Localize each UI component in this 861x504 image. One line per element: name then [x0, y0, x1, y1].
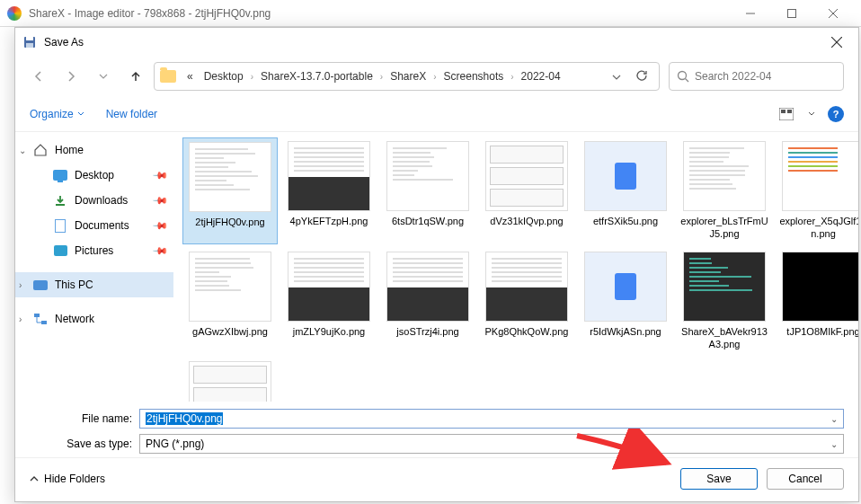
breadcrumb-item[interactable]: Screenshots	[440, 68, 508, 84]
chevron-right-icon: ›	[433, 72, 436, 82]
filename-input[interactable]: 2tjHjFHQ0v.png ⌄	[139, 409, 844, 429]
file-item[interactable]: ShareX_bAVekr913A3.png	[677, 248, 772, 355]
file-label: 4pYkEFTzpH.png	[290, 215, 368, 227]
file-label: 6tsDtr1qSW.png	[392, 215, 464, 227]
sidebar-label: Pictures	[75, 244, 113, 257]
dialog-close-button[interactable]	[822, 28, 851, 57]
pictures-icon	[54, 245, 67, 256]
file-item[interactable]: 2tjHjFHQ0v.png	[182, 137, 278, 244]
breadcrumb-item[interactable]: ShareX-13.7.0-portable	[257, 68, 377, 84]
search-box[interactable]	[669, 62, 844, 91]
up-button[interactable]	[127, 67, 145, 85]
files-area[interactable]: 2tjHjFHQ0v.png4pYkEFTzpH.png6tsDtr1qSW.p…	[173, 132, 858, 402]
file-label: ShareX_bAVekr913A3.png	[679, 325, 769, 351]
sidebar-item-downloads[interactable]: Downloads 📌	[15, 188, 173, 213]
minimize-button[interactable]	[730, 0, 771, 27]
view-mode-button[interactable]	[777, 105, 795, 123]
file-item[interactable]: 4pYkEFTzpH.png	[281, 137, 377, 244]
sidebar-item-network[interactable]: › Network	[15, 306, 173, 332]
navigation-row: « Desktop › ShareX-13.7.0-portable › Sha…	[15, 57, 858, 96]
svg-rect-12	[781, 110, 786, 113]
breadcrumb-dropdown[interactable]	[607, 70, 626, 83]
file-item[interactable]: gAGwzXIbwj.png	[182, 248, 278, 355]
network-icon	[33, 312, 48, 326]
search-icon	[677, 70, 689, 83]
back-button[interactable]	[30, 67, 48, 85]
breadcrumb-item[interactable]: Desktop	[200, 68, 247, 84]
file-label: r5IdWkjASn.png	[590, 325, 661, 338]
footer-actions: Hide Folders Save Cancel	[15, 457, 858, 499]
breadcrumb-overflow[interactable]: «	[183, 68, 197, 84]
documents-icon	[55, 219, 66, 233]
maximize-button[interactable]	[771, 0, 812, 27]
file-label: tJP1O8MIkF.png	[786, 325, 858, 338]
chevron-right-icon: ›	[19, 314, 30, 324]
file-label: jmZLY9ujKo.png	[293, 325, 366, 338]
svg-point-9	[679, 72, 687, 80]
file-item[interactable]: jsoSTrzj4i.png	[380, 248, 475, 355]
sidebar-label: Home	[55, 144, 84, 156]
view-dropdown-icon[interactable]	[808, 111, 815, 116]
footer-inputs: File name: 2tjHjFHQ0v.png ⌄ Save as type…	[15, 402, 858, 457]
file-label: jsoSTrzj4i.png	[396, 325, 458, 338]
recent-dropdown[interactable]	[94, 67, 112, 85]
desktop-icon	[53, 170, 67, 181]
refresh-button[interactable]	[630, 69, 653, 84]
dialog-title: Save As	[44, 36, 822, 49]
sidebar-label: This PC	[55, 279, 93, 291]
help-button[interactable]: ?	[828, 106, 844, 122]
search-input[interactable]	[695, 70, 836, 83]
filename-label: File name:	[30, 412, 132, 425]
svg-rect-5	[26, 37, 33, 40]
file-item[interactable]: etfrSXik5u.png	[578, 137, 673, 244]
file-item[interactable]	[182, 358, 278, 402]
savetype-select[interactable]: PNG (*.png) ⌄	[139, 434, 844, 454]
forward-button[interactable]	[62, 67, 80, 85]
file-item[interactable]: r5IdWkjASn.png	[578, 248, 673, 355]
chevron-right-icon: ›	[19, 280, 30, 290]
sidebar-label: Desktop	[75, 169, 114, 181]
file-item[interactable]: explorer_bLsTrFmUJ5.png	[677, 137, 772, 244]
sidebar-item-documents[interactable]: Documents 📌	[15, 213, 173, 238]
sidebar-item-this-pc[interactable]: › This PC	[15, 272, 173, 297]
file-label: gAGwzXIbwj.png	[192, 325, 268, 338]
folder-icon	[160, 70, 176, 83]
organize-menu[interactable]: Organize	[30, 108, 84, 120]
chevron-down-icon[interactable]: ⌄	[830, 439, 838, 449]
file-item[interactable]: jmZLY9ujKo.png	[281, 248, 377, 355]
file-item[interactable]: PKg8QhkQoW.png	[479, 248, 574, 355]
breadcrumb-bar[interactable]: « Desktop › ShareX-13.7.0-portable › Sha…	[154, 62, 660, 91]
hide-folders-button[interactable]: Hide Folders	[30, 473, 105, 485]
svg-rect-1	[788, 9, 796, 17]
breadcrumb-item[interactable]: 2022-04	[518, 68, 564, 84]
chevron-down-icon[interactable]: ⌄	[830, 414, 838, 424]
main-titlebar: ShareX - Image editor - 798x868 - 2tjHjF…	[0, 0, 861, 27]
main-window: ShareX - Image editor - 798x868 - 2tjHjF…	[0, 0, 861, 504]
sidebar: ⌄ Home Desktop 📌 Downloads 📌 Documents	[15, 132, 173, 402]
chevron-right-icon: ›	[510, 72, 513, 82]
file-label: PKg8QhkQoW.png	[485, 325, 569, 338]
file-item[interactable]: explorer_X5qJGlf1gn.png	[776, 137, 858, 244]
sidebar-label: Downloads	[75, 194, 128, 207]
chevron-up-icon	[30, 476, 39, 482]
chevron-down-icon: ⌄	[19, 146, 30, 155]
save-button[interactable]: Save	[680, 468, 758, 490]
pin-icon: 📌	[151, 217, 168, 234]
svg-rect-6	[26, 43, 33, 48]
sidebar-item-desktop[interactable]: Desktop 📌	[15, 163, 173, 188]
sidebar-item-pictures[interactable]: Pictures 📌	[15, 238, 173, 263]
sidebar-item-home[interactable]: ⌄ Home	[15, 137, 173, 163]
close-button[interactable]	[812, 0, 854, 27]
new-folder-button[interactable]: New folder	[106, 108, 157, 120]
cancel-button[interactable]: Cancel	[767, 468, 844, 490]
dialog-titlebar: Save As	[15, 28, 858, 57]
toolbar: Organize New folder ?	[15, 96, 858, 132]
svg-rect-15	[41, 321, 47, 324]
svg-rect-14	[34, 314, 40, 317]
file-item[interactable]: 6tsDtr1qSW.png	[380, 137, 475, 244]
breadcrumb-item[interactable]: ShareX	[386, 68, 430, 84]
file-label: etfrSXik5u.png	[593, 215, 658, 227]
main-title: ShareX - Image editor - 798x868 - 2tjHjF…	[29, 7, 730, 20]
file-item[interactable]: tJP1O8MIkF.png	[776, 248, 858, 355]
file-item[interactable]: dVz31kIQvp.png	[479, 137, 574, 244]
